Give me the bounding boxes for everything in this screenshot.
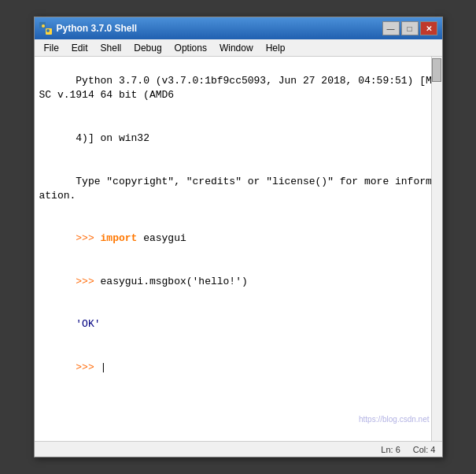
- scrollbar-track[interactable]: [431, 57, 442, 441]
- result-ok: 'OK': [76, 318, 100, 330]
- ln-status: Ln: 6: [381, 445, 400, 454]
- close-button[interactable]: ✕: [420, 21, 437, 35]
- menu-help[interactable]: Help: [260, 40, 292, 56]
- shell-output-area[interactable]: Python 3.7.0 (v3.7.0:1bf9cc5093, Jun 27 …: [35, 57, 442, 441]
- cursor: |: [101, 361, 107, 373]
- prompt-1: >>>: [76, 232, 100, 244]
- minimize-button[interactable]: —: [382, 21, 400, 35]
- menu-options[interactable]: Options: [168, 40, 213, 56]
- svg-point-2: [42, 24, 45, 28]
- menu-debug[interactable]: Debug: [127, 40, 168, 56]
- svg-point-3: [46, 29, 50, 32]
- scrollbar-thumb[interactable]: [432, 58, 441, 82]
- msgbox-call: easygui.msgbox('hello!'): [101, 276, 248, 287]
- app-icon: [39, 22, 52, 35]
- watermark: https://blog.csdn.net: [359, 415, 430, 424]
- python-shell-window: Python 3.7.0 Shell — □ ✕ File Edit Shell…: [34, 17, 443, 457]
- python-version-line2: 4)] on win32: [76, 132, 149, 144]
- status-bar: Ln: 6 Col: 4: [35, 441, 442, 457]
- maximize-button[interactable]: □: [401, 21, 419, 35]
- import-statement: import easygui: [101, 232, 186, 244]
- type-info-line: Type "copyright", "credits" or "license(…: [39, 176, 432, 202]
- menu-file[interactable]: File: [38, 40, 65, 56]
- shell-content: Python 3.7.0 (v3.7.0:1bf9cc5093, Jun 27 …: [39, 60, 437, 389]
- col-status: Col: 4: [413, 445, 436, 454]
- menu-window[interactable]: Window: [213, 40, 260, 56]
- menu-shell[interactable]: Shell: [94, 40, 128, 56]
- prompt-2: >>>: [76, 276, 100, 287]
- menu-bar: File Edit Shell Debug Options Window Hel…: [35, 39, 442, 57]
- window-title: Python 3.7.0 Shell: [57, 23, 382, 34]
- menu-edit[interactable]: Edit: [65, 40, 94, 56]
- python-version-line1: Python 3.7.0 (v3.7.0:1bf9cc5093, Jun 27 …: [39, 75, 432, 101]
- prompt-3: >>>: [76, 361, 100, 373]
- title-bar: Python 3.7.0 Shell — □ ✕: [35, 17, 442, 39]
- window-controls: — □ ✕: [382, 21, 437, 35]
